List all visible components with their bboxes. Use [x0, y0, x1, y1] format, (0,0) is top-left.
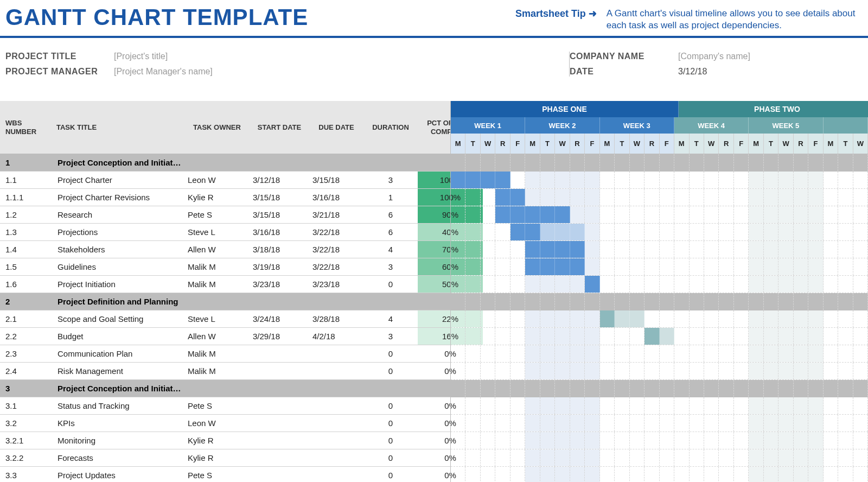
- timeline-cell[interactable]: [585, 328, 599, 345]
- timeline-cell[interactable]: [570, 206, 585, 223]
- timeline-cell[interactable]: [481, 467, 495, 482]
- timeline-cell[interactable]: [749, 241, 763, 258]
- cell[interactable]: 2.3: [0, 349, 54, 358]
- timeline-cell[interactable]: [690, 276, 704, 293]
- timeline-cell[interactable]: [555, 397, 570, 414]
- timeline-cell[interactable]: [734, 415, 749, 432]
- timeline-cell[interactable]: [824, 328, 838, 345]
- timeline-cell[interactable]: [674, 432, 689, 449]
- timeline-cell[interactable]: [808, 328, 823, 345]
- timeline-cell[interactable]: [540, 189, 555, 206]
- timeline-cell[interactable]: [674, 224, 689, 240]
- timeline-cell[interactable]: [600, 345, 615, 362]
- timeline-cell[interactable]: [525, 189, 540, 206]
- timeline-cell[interactable]: [674, 154, 689, 171]
- cell[interactable]: 0: [363, 436, 418, 445]
- timeline-cell[interactable]: [660, 172, 674, 188]
- cell[interactable]: Project Initiation: [54, 280, 184, 289]
- timeline-cell[interactable]: [808, 345, 823, 362]
- cell[interactable]: 3/16/18: [250, 227, 309, 237]
- timeline-cell[interactable]: [465, 449, 480, 466]
- cell[interactable]: 2.2: [0, 332, 54, 341]
- value-company-name[interactable]: [Company's name]: [678, 52, 863, 61]
- timeline-cell[interactable]: [465, 189, 480, 206]
- timeline-cell[interactable]: [778, 449, 793, 466]
- timeline-cell[interactable]: [600, 380, 615, 397]
- timeline-cell[interactable]: [764, 172, 778, 188]
- timeline-cell[interactable]: [749, 363, 763, 379]
- cell[interactable]: 3/16/18: [309, 193, 363, 202]
- cell[interactable]: Project Conception and Initiation: [54, 384, 184, 393]
- timeline-cell[interactable]: [838, 154, 853, 171]
- timeline-cell[interactable]: [749, 467, 763, 482]
- timeline-cell[interactable]: [630, 154, 644, 171]
- cell[interactable]: 3.2: [0, 418, 54, 428]
- cell[interactable]: 0: [363, 418, 418, 428]
- timeline-cell[interactable]: [481, 189, 495, 206]
- timeline-cell[interactable]: [660, 154, 674, 171]
- timeline-cell[interactable]: [510, 172, 525, 188]
- timeline-cell[interactable]: [525, 224, 540, 240]
- cell[interactable]: 3/21/18: [309, 210, 363, 219]
- timeline-cell[interactable]: [794, 449, 808, 466]
- timeline-cell[interactable]: [734, 154, 749, 171]
- task-row[interactable]: 2.4Risk ManagementMalik M00%: [0, 363, 450, 380]
- timeline-cell[interactable]: [585, 154, 599, 171]
- cell[interactable]: Kylie R: [184, 193, 250, 202]
- timeline-cell[interactable]: [585, 293, 599, 310]
- timeline-cell[interactable]: [495, 397, 510, 414]
- timeline-cell[interactable]: [719, 467, 733, 482]
- timeline-cell[interactable]: [749, 224, 763, 240]
- timeline-cell[interactable]: [719, 172, 733, 188]
- timeline-cell[interactable]: [764, 154, 778, 171]
- timeline-cell[interactable]: [644, 467, 659, 482]
- timeline-cell[interactable]: [719, 258, 733, 275]
- cell[interactable]: 2.1: [0, 314, 54, 324]
- timeline-cell[interactable]: [690, 345, 704, 362]
- timeline-cell[interactable]: [853, 345, 868, 362]
- timeline-cell[interactable]: [570, 293, 585, 310]
- timeline-cell[interactable]: [570, 241, 585, 258]
- timeline-cell[interactable]: [525, 415, 540, 432]
- timeline-cell[interactable]: [585, 363, 599, 379]
- cell[interactable]: Malik M: [184, 366, 250, 376]
- cell[interactable]: Guidelines: [54, 262, 184, 271]
- timeline-cell[interactable]: [778, 189, 793, 206]
- timeline-cell[interactable]: [644, 415, 659, 432]
- timeline-cell[interactable]: [704, 345, 719, 362]
- cell[interactable]: Status and Tracking: [54, 401, 184, 410]
- timeline-cell[interactable]: [778, 328, 793, 345]
- timeline-cell[interactable]: [495, 276, 510, 293]
- timeline-cell[interactable]: [570, 276, 585, 293]
- task-row[interactable]: 2.1Scope and Goal SettingSteve L3/24/183…: [0, 310, 450, 328]
- timeline-cell[interactable]: [704, 380, 719, 397]
- timeline-cell[interactable]: [570, 449, 585, 466]
- section-row[interactable]: 1Project Conception and Initiation: [0, 154, 450, 172]
- timeline-cell[interactable]: [808, 224, 823, 240]
- cell[interactable]: 3: [363, 332, 418, 341]
- timeline-cell[interactable]: [690, 241, 704, 258]
- timeline-cell[interactable]: [824, 345, 838, 362]
- timeline-cell[interactable]: [630, 415, 644, 432]
- timeline-cell[interactable]: [481, 241, 495, 258]
- timeline-cell[interactable]: [778, 345, 793, 362]
- timeline-cell[interactable]: [630, 172, 644, 188]
- timeline-cell[interactable]: [570, 154, 585, 171]
- timeline-cell[interactable]: [749, 310, 763, 327]
- timeline-cell[interactable]: [495, 172, 510, 188]
- timeline-cell[interactable]: [570, 258, 585, 275]
- timeline-cell[interactable]: [719, 224, 733, 240]
- cell[interactable]: 1.2: [0, 210, 54, 219]
- timeline-cell[interactable]: [749, 189, 763, 206]
- timeline-cell[interactable]: [555, 293, 570, 310]
- timeline-cell[interactable]: [824, 363, 838, 379]
- timeline-cell[interactable]: [674, 328, 689, 345]
- timeline-cell[interactable]: [824, 467, 838, 482]
- timeline-cell[interactable]: [853, 328, 868, 345]
- timeline-cell[interactable]: [585, 380, 599, 397]
- timeline-cell[interactable]: [630, 189, 644, 206]
- timeline-cell[interactable]: [555, 258, 570, 275]
- cell[interactable]: 3/15/18: [309, 175, 363, 185]
- cell[interactable]: Steve L: [184, 314, 250, 324]
- timeline-cell[interactable]: [734, 241, 749, 258]
